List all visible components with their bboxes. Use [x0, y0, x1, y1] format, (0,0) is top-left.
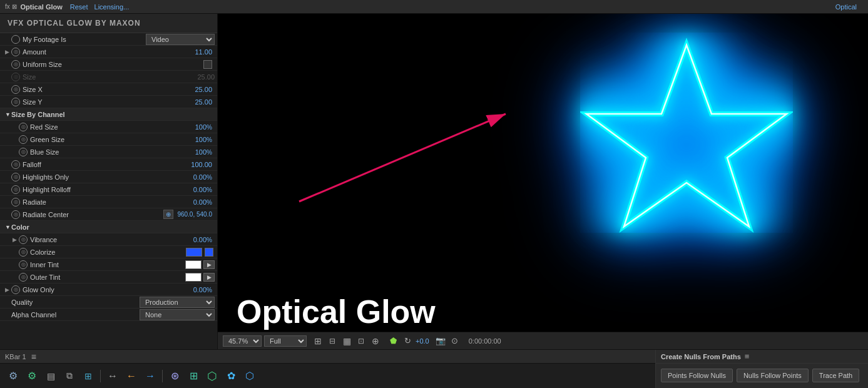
icon-falloff: ◎: [11, 160, 20, 169]
flower-icon[interactable]: ✿: [223, 368, 239, 384]
expand-amount[interactable]: ▶: [5, 49, 11, 55]
icon-uniform-size: ◎: [11, 60, 20, 69]
value-amount[interactable]: 11.00: [175, 48, 212, 56]
cloud-icon[interactable]: ⬡: [204, 368, 220, 384]
kbar-header: KBar 1 ≡: [0, 350, 655, 364]
label-my-footage: My Footage Is: [23, 36, 146, 43]
param-row-glow-only: ▶ ◎ Glow Only 0.00%: [0, 283, 217, 296]
value-size-y[interactable]: 25.00: [175, 98, 212, 106]
value-radiate-center[interactable]: 960.0, 540.0: [175, 211, 212, 218]
kbar-label: KBar 1: [5, 353, 26, 360]
arrow-right-icon[interactable]: →: [142, 368, 158, 384]
label-blue-size: Blue Size: [30, 148, 175, 156]
inner-tint-arrow[interactable]: ▶: [203, 260, 215, 269]
param-row-vibrance: ▶ ◎ Vibrance 0.00%: [0, 233, 217, 246]
value-size-x[interactable]: 25.00: [175, 86, 212, 93]
expand-vibrance[interactable]: ▶: [13, 237, 19, 243]
nulls-follow-points-button[interactable]: Nulls Follow Points: [737, 369, 809, 382]
camera-icon[interactable]: 📷: [434, 335, 447, 347]
kbar-section: KBar 1 ≡ ⚙ ⚙ ▤ ⧉ ⊞ ↔ ← → ⊛ ⊞ ⬡ ✿: [0, 350, 655, 388]
svg-marker-1: [586, 45, 787, 227]
quality-select[interactable]: Full Half Third Quarter: [264, 335, 307, 347]
left-panel: VFX OPTICAL GLOW BY MAXON My Footage Is …: [0, 14, 218, 349]
label-outer-tint: Outer Tint: [30, 273, 185, 281]
snapshot-icon[interactable]: ⊙: [449, 335, 461, 347]
nulls-panel: Create Nulls From Paths ≡ Points Follow …: [655, 350, 868, 388]
param-row-green-size: ◎ Green Size 100%: [0, 133, 217, 146]
outer-tint-arrow[interactable]: ▶: [203, 273, 215, 282]
param-row-outer-tint: ◎ Outer Tint ▶: [0, 271, 217, 283]
zoom-select[interactable]: 45.7% 100% 50% 25%: [223, 335, 262, 347]
icon-radiate-center: ◎: [11, 210, 20, 219]
colorize-swatch-blue[interactable]: [186, 248, 202, 257]
checkbox-uniform-size[interactable]: [203, 60, 212, 69]
param-row-inner-tint: ◎ Inner Tint ▶: [0, 258, 217, 271]
dropdown-alpha-channel[interactable]: None Straight Premultiplied: [140, 309, 215, 320]
fx-label: fx ⊠: [5, 3, 17, 10]
value-red-size[interactable]: 100%: [175, 123, 212, 131]
icon-outer-tint: ◎: [19, 273, 28, 282]
nulls-panel-menu-icon[interactable]: ≡: [745, 352, 750, 361]
param-row-uniform-size: ◎ Uniform Size: [0, 58, 217, 71]
label-vibrance: Vibrance: [30, 236, 175, 243]
expand-glow-only[interactable]: ▶: [5, 287, 11, 293]
kbar-menu-icon[interactable]: ≡: [31, 352, 36, 362]
optical-tab[interactable]: Optical: [835, 3, 857, 11]
refresh-icon[interactable]: ↻: [401, 335, 414, 347]
label-highlight-rolloff: Highlight Rolloff: [23, 186, 175, 193]
param-row-amount: ▶ ◎ Amount 11.00: [0, 46, 217, 58]
preview-glow-text: Optical Glow: [237, 293, 436, 330]
list-icon[interactable]: ▤: [43, 368, 59, 384]
gear-icon-2[interactable]: ⚙: [24, 368, 40, 384]
icon-highlight-rolloff: ◎: [11, 185, 20, 194]
inner-tint-swatch[interactable]: [185, 260, 202, 269]
cube-icon[interactable]: ⬡: [242, 368, 258, 384]
icon-blue-size: ◎: [19, 148, 28, 156]
param-row-size: ◎ Size 25.00: [0, 71, 217, 83]
value-highlight-rolloff[interactable]: 0.00%: [175, 186, 212, 193]
link-icon[interactable]: ⊞: [80, 368, 96, 384]
label-green-size: Green Size: [30, 136, 175, 143]
color-icon[interactable]: ⬟: [387, 335, 399, 347]
value-highlights-only[interactable]: 0.00%: [175, 173, 212, 181]
separator-1: [100, 370, 101, 382]
value-radiate[interactable]: 0.00%: [175, 198, 212, 206]
dropdown-quality[interactable]: Production Draft Fast: [140, 297, 215, 308]
grid-icon[interactable]: ▦: [340, 335, 353, 347]
guide-icon[interactable]: ⊕: [369, 335, 382, 347]
arrow-left-double-icon[interactable]: ↔: [105, 368, 121, 384]
outer-tint-swatch[interactable]: [185, 273, 202, 282]
icon-highlights-only: ◎: [11, 173, 20, 181]
expand-color-section[interactable]: ▼: [5, 224, 11, 230]
safe-icon[interactable]: ⊡: [355, 335, 367, 347]
plugin-name-title: Optical Glow: [21, 3, 63, 11]
nodes-icon[interactable]: ⊛: [166, 368, 183, 384]
icon-size: ◎: [11, 73, 20, 81]
colorize-swatch-alt[interactable]: [205, 248, 213, 257]
licensing-button[interactable]: Licensing...: [94, 3, 130, 11]
fit-icon[interactable]: ⊞: [312, 335, 324, 347]
value-green-size[interactable]: 100%: [175, 136, 212, 143]
icon-size-x: ◎: [11, 85, 20, 94]
gear-icon-1[interactable]: ⚙: [5, 368, 21, 384]
reset-button[interactable]: Reset: [70, 3, 88, 11]
grid-small-icon[interactable]: ⊞: [185, 368, 202, 384]
dropdown-my-footage[interactable]: Video Linear: [146, 34, 215, 45]
param-row-highlight-rolloff: ◎ Highlight Rolloff 0.00%: [0, 183, 217, 196]
label-quality: Quality: [11, 299, 140, 306]
trace-path-button[interactable]: Trace Path: [812, 369, 859, 382]
label-amount: Amount: [23, 48, 175, 56]
copy-icon[interactable]: ⧉: [61, 368, 78, 384]
value-falloff[interactable]: 100.00: [175, 161, 212, 168]
value-blue-size[interactable]: 100%: [175, 148, 212, 156]
expand-size-by-channel[interactable]: ▼: [5, 111, 11, 118]
value-glow-only[interactable]: 0.00%: [175, 286, 212, 294]
arrow-annotation: [268, 76, 531, 239]
region-icon[interactable]: ⊟: [326, 335, 339, 347]
points-follow-nulls-button[interactable]: Points Follow Nulls: [661, 369, 733, 382]
param-row-red-size: ◎ Red Size 100%: [0, 121, 217, 133]
value-vibrance[interactable]: 0.00%: [175, 236, 212, 243]
arrow-left-icon[interactable]: ←: [123, 368, 140, 384]
main-content: VFX OPTICAL GLOW BY MAXON My Footage Is …: [0, 14, 868, 349]
label-size-by-channel: Size By Channel: [11, 111, 215, 118]
